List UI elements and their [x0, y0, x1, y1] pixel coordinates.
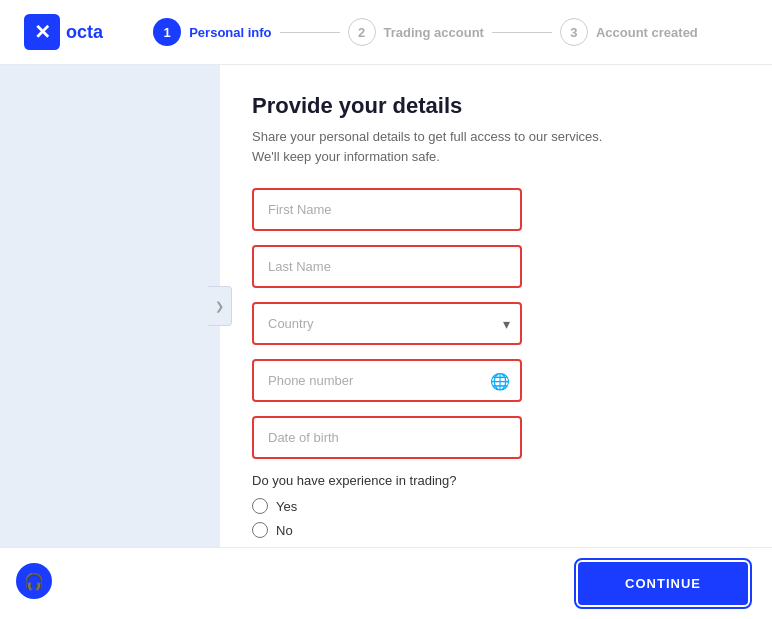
phone-input-wrapper: 🌐 [252, 359, 522, 402]
svg-text:✕: ✕ [34, 21, 51, 43]
step-3: 3 Account created [560, 18, 698, 46]
logo-text: octa [66, 22, 103, 43]
step-line-2 [492, 32, 552, 33]
continue-button[interactable]: CONTINUE [578, 562, 748, 605]
last-name-input[interactable] [252, 245, 522, 288]
radio-no-option[interactable]: No [252, 522, 740, 538]
first-name-input[interactable] [252, 188, 522, 231]
radio-yes-input[interactable] [252, 498, 268, 514]
page-subtitle: Share your personal details to get full … [252, 127, 740, 166]
step-line-1 [280, 32, 340, 33]
step-1-label: Personal info [189, 25, 271, 40]
octa-logo-icon: ✕ [24, 14, 60, 50]
page-title: Provide your details [252, 93, 740, 119]
last-name-field [252, 245, 740, 288]
headphones-icon: 🎧 [24, 572, 44, 591]
radio-yes-option[interactable]: Yes [252, 498, 740, 514]
support-button[interactable]: 🎧 [16, 563, 52, 599]
radio-no-label: No [276, 523, 293, 538]
phone-field: 🌐 [252, 359, 740, 402]
step-3-circle: 3 [560, 18, 588, 46]
country-field: Country ▾ [252, 302, 740, 345]
country-select-wrapper: Country ▾ [252, 302, 522, 345]
country-select[interactable]: Country [252, 302, 522, 345]
radio-no-input[interactable] [252, 522, 268, 538]
main-layout: ❯ Provide your details Share your person… [0, 65, 772, 547]
sidebar: ❯ [0, 65, 220, 547]
header: ✕ octa 1 Personal info 2 Trading account… [0, 0, 772, 65]
experience-question: Do you have experience in trading? [252, 473, 740, 488]
first-name-field [252, 188, 740, 231]
stepper: 1 Personal info 2 Trading account 3 Acco… [103, 18, 748, 46]
phone-input[interactable] [252, 359, 522, 402]
step-1: 1 Personal info [153, 18, 271, 46]
step-1-circle: 1 [153, 18, 181, 46]
logo: ✕ octa [24, 14, 103, 50]
step-2: 2 Trading account [348, 18, 484, 46]
sidebar-toggle[interactable]: ❯ [208, 286, 232, 326]
dob-field [252, 416, 740, 459]
step-3-label: Account created [596, 25, 698, 40]
sidebar-toggle-icon: ❯ [215, 300, 224, 313]
step-2-label: Trading account [384, 25, 484, 40]
dob-input[interactable] [252, 416, 522, 459]
main-content: Provide your details Share your personal… [220, 65, 772, 547]
step-2-circle: 2 [348, 18, 376, 46]
footer: CONTINUE [0, 547, 772, 619]
experience-section: Do you have experience in trading? Yes N… [252, 473, 740, 538]
radio-yes-label: Yes [276, 499, 297, 514]
